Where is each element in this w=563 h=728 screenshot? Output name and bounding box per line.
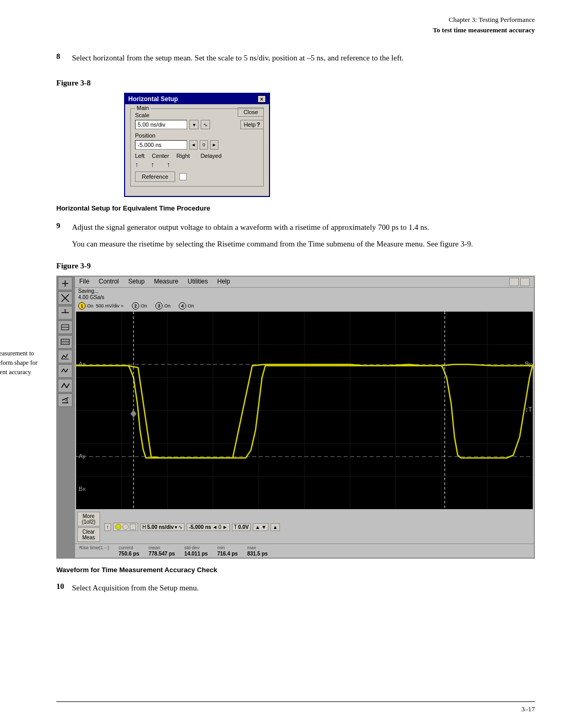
pos-zero-btn[interactable]: 0 <box>218 524 222 530</box>
scale-label: Scale <box>135 112 222 118</box>
meas-max-value: 831.5 ps <box>247 551 267 557</box>
figure-39-label: Figure 3-9 <box>56 262 535 270</box>
ch4-status: On <box>188 303 194 309</box>
section-label: To test time measurement accuracy <box>433 25 535 35</box>
trigger-group: T 0.0V <box>232 523 251 531</box>
scale-down-btn[interactable]: ▾ <box>189 120 199 129</box>
reference-checkbox[interactable] <box>179 173 187 180</box>
meas-mean: mean 778.547 ps <box>149 545 175 557</box>
oscope-main: File Control Setup Measure Utilities Hel… <box>74 276 535 559</box>
ch3-circle: 3 <box>155 302 163 310</box>
sidebar-btn-7[interactable] <box>58 364 72 378</box>
oscope-icons <box>509 278 530 286</box>
menu-setup[interactable]: Setup <box>128 278 144 286</box>
delayed-section: Delayed <box>201 153 222 159</box>
pos-left-btn[interactable]: ◄ <box>212 524 217 530</box>
trigger-arrow-group: ↑ <box>104 523 111 531</box>
svg-text:Ay: Ay <box>79 452 85 459</box>
meas-stddev: std dev 14.011 ps <box>185 545 208 557</box>
ch3-num: 3 <box>158 303 161 309</box>
ref-right-item[interactable]: ↑ <box>167 161 170 168</box>
reference-button[interactable]: Reference <box>135 171 175 182</box>
ch-square <box>130 524 136 530</box>
sidebar-btn-3[interactable] <box>58 306 72 319</box>
oscope-icon-2[interactable] <box>520 278 530 286</box>
ch2-status: On <box>141 303 147 309</box>
oscope-controls: More(1of2) ClearMeas ↑ H <box>75 510 534 544</box>
waveform-display: Ax Ay By ↕T Bx <box>76 312 533 509</box>
meas-stddev-value: 14.011 ps <box>185 551 208 557</box>
figure-38-dialog-wrapper: Horizontal Setup × Close Help ? Main Sca… <box>124 93 535 197</box>
ch1-dot <box>115 524 121 530</box>
waveform-svg: Ax Ay By ↕T Bx <box>76 312 533 509</box>
step-10-number: 10 <box>56 582 66 594</box>
sidebar-btn-6[interactable] <box>58 350 72 363</box>
timebase-group: H 5.00 ns/div ▾ ∿ <box>140 523 185 531</box>
position-zero-btn[interactable]: 0 <box>200 140 208 150</box>
figure-39-caption: Waveform for Time Measurement Accuracy C… <box>56 566 535 574</box>
position-label: Position <box>135 132 222 139</box>
sidebar-btn-5[interactable] <box>58 335 72 349</box>
trigger-arrow-icon: ↑ <box>106 524 109 530</box>
scale-wave-btn[interactable]: ∿ <box>201 120 210 129</box>
ch2-indicator: 2 On <box>132 302 147 310</box>
svg-marker-38 <box>131 410 136 417</box>
position-input[interactable]: -5.000 ns <box>135 140 187 150</box>
side-annotation: Use the risetime measurement to verify c… <box>0 349 46 386</box>
step-9-subtext: You can measure the risetime by selectin… <box>72 238 535 250</box>
meas-current-label: current <box>119 545 139 550</box>
oscope-menubar: File Control Setup Measure Utilities Hel… <box>75 277 534 288</box>
trigger-value: 0.0V <box>238 524 249 530</box>
ref-left-item[interactable]: ↑ <box>135 161 139 168</box>
sidebar-btn-9[interactable] <box>58 393 72 407</box>
sidebar-btn-4[interactable] <box>58 320 72 334</box>
figure-38-caption: Horizontal Setup for Equivalent Time Pro… <box>56 204 535 212</box>
ref-center-arrow: ↑ <box>151 161 155 168</box>
oscope-topbar: Saving... 4.00 GSa/s <box>75 288 534 301</box>
ref-labels: Left Center Right <box>135 153 190 159</box>
ref-left-arrow: ↑ <box>135 161 139 168</box>
down-arrow[interactable]: ▼ <box>261 524 266 530</box>
scale-input[interactable]: 5.00 ns/div <box>135 120 187 129</box>
svg-text:↕T: ↕T <box>525 406 532 413</box>
ch1-num: 1 <box>80 303 83 309</box>
menu-control[interactable]: Control <box>99 278 119 286</box>
ref-center-label: Center <box>152 153 169 159</box>
menu-help[interactable]: Help <box>217 278 230 286</box>
timebase-arrow1: ▾ <box>175 524 177 530</box>
ch1-indicator: 1 On 500 mV/div ≈ <box>78 302 124 310</box>
ch1-scale: 500 mV/div <box>96 303 119 309</box>
step-9-number: 9 <box>56 221 66 233</box>
meas-mean-value: 778.547 ps <box>149 551 175 557</box>
ch3-indicator: 3 On <box>155 302 170 310</box>
more-button[interactable]: More(1of2) <box>77 512 100 526</box>
ch4-num: 4 <box>181 303 184 309</box>
figure-38-label: Figure 3-8 <box>56 79 535 88</box>
meas-risetime: Rise time(1→) <box>79 545 109 557</box>
pos-right-btn[interactable]: ► <box>223 524 228 530</box>
clear-meas-button[interactable]: ClearMeas <box>77 527 100 542</box>
position-value: -5.000 ns <box>189 524 211 530</box>
position-left-btn[interactable]: ◄ <box>189 140 198 150</box>
ch3-status: On <box>164 303 170 309</box>
oscope-icon-1[interactable] <box>509 278 519 286</box>
meas-min: min 716.4 ps <box>217 545 238 557</box>
ref-center-item[interactable]: ↑ <box>151 161 155 168</box>
menu-measure[interactable]: Measure <box>154 278 178 286</box>
sidebar-btn-2[interactable] <box>58 291 72 305</box>
sidebar-btn-1[interactable] <box>58 277 72 290</box>
page-header: Chapter 3: Testing Performance To test t… <box>433 15 535 35</box>
position-group: -5.000 ns ◄ 0 ► <box>187 523 229 531</box>
measurement-bar: Rise time(1→) current 750.6 ps mean 778.… <box>75 544 534 558</box>
up-arrow[interactable]: ▲ <box>255 524 260 530</box>
position-right-btn[interactable]: ► <box>210 140 218 150</box>
step-10: 10 Select Acquisition from the Setup men… <box>56 582 535 594</box>
meas-current-value: 750.6 ps <box>119 551 139 557</box>
ref-arrows: ↑ ↑ ↑ <box>135 161 190 168</box>
sidebar-btn-8[interactable] <box>58 379 72 392</box>
menu-file[interactable]: File <box>79 278 89 286</box>
menu-utilities[interactable]: Utilities <box>188 278 208 286</box>
dialog-close-icon[interactable]: × <box>258 95 266 103</box>
meas-min-value: 716.4 ps <box>217 551 238 557</box>
single-arrow-up[interactable]: ▲ <box>273 524 278 530</box>
